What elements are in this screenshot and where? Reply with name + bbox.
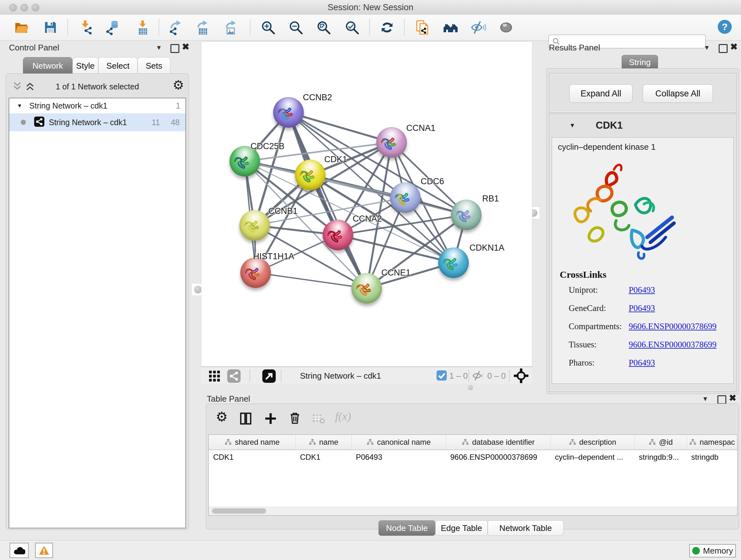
crosslink-value-link[interactable]: P06493 — [629, 285, 655, 295]
control-panel-menu-caret-icon[interactable]: ▼ — [156, 44, 162, 51]
edge-HIST1H1A-CCNE1[interactable] — [256, 273, 367, 288]
node-CCNA2[interactable] — [323, 220, 353, 250]
tab-sets[interactable]: Sets — [138, 57, 171, 74]
crosslink-value-link[interactable]: P06493 — [629, 303, 655, 313]
network-canvas[interactable]: CCNB2CCNA1CDC25BCDK1CDC6RB1CCNB1CCNA2CDK… — [201, 42, 532, 367]
collapse-all-button[interactable]: Collapse All — [643, 84, 713, 103]
show-hide-button[interactable] — [469, 18, 488, 37]
column-header-database-identifier[interactable]: database identifier — [446, 435, 550, 449]
crosslinks-list: Uniprot:P06493GeneCard:P06493Compartment… — [569, 285, 728, 376]
node-RB1[interactable] — [451, 199, 482, 230]
table-panel-close-icon[interactable]: ✖ — [729, 395, 736, 401]
node-CCNA1[interactable] — [376, 127, 407, 158]
tab-node-table[interactable]: Node Table — [379, 520, 435, 536]
tab-style[interactable]: Style — [72, 57, 98, 74]
hidden-eye-icon[interactable] — [472, 371, 484, 382]
export-network-button[interactable] — [167, 18, 186, 37]
node-label-CDC6: CDC6 — [421, 177, 444, 186]
tab-string[interactable]: String — [622, 55, 658, 70]
node-CCNB2[interactable] — [273, 97, 304, 128]
grid-view-icon[interactable] — [209, 370, 220, 383]
scrollbar-thumb[interactable] — [212, 508, 266, 514]
tab-select[interactable]: Select — [98, 57, 138, 74]
node-CDKN1A[interactable] — [438, 247, 469, 278]
export-table-button[interactable] — [194, 18, 212, 37]
open-in-window-icon[interactable] — [262, 369, 276, 384]
zoom-fit-button[interactable] — [314, 18, 333, 37]
table-delete-icon[interactable] — [288, 412, 301, 426]
column-header-name[interactable]: name — [295, 435, 351, 449]
control-panel-close-icon[interactable]: ✖ — [182, 44, 189, 51]
network-row-selected[interactable]: String Network – cdk1 11 48 — [9, 113, 185, 131]
warning-button[interactable] — [35, 543, 53, 558]
horizontal-scrollbar[interactable] — [209, 507, 737, 515]
crosslink-value-link[interactable]: 9606.ENSP00000378699 — [629, 340, 717, 350]
zoom-selected-icon — [344, 20, 360, 35]
open-session-button[interactable] — [12, 18, 31, 37]
zoom-in-button[interactable] — [259, 18, 277, 37]
table-panel-menu-caret-icon[interactable]: ▼ — [702, 395, 709, 402]
network-collection-row[interactable]: ▼ String Network – cdk1 1 — [9, 98, 185, 113]
table-columns-icon[interactable] — [239, 412, 252, 426]
selected-checkbox-icon[interactable] — [436, 370, 447, 382]
save-session-button[interactable] — [41, 18, 60, 37]
tab-network-table[interactable]: Network Table — [488, 520, 563, 536]
table-panel-title: Table Panel — [207, 394, 250, 404]
birdseye-toggle-icon[interactable] — [514, 368, 529, 384]
tree-caret-icon[interactable]: ▼ — [17, 103, 22, 109]
zoom-selected-button[interactable] — [343, 18, 361, 37]
node-CCNB1[interactable] — [239, 210, 270, 241]
control-panel-float-icon[interactable] — [171, 44, 179, 53]
crosslink-value-link[interactable]: P06493 — [629, 358, 655, 368]
expand-all-button[interactable]: Expand All — [569, 84, 632, 103]
import-network-database-button[interactable] — [104, 18, 123, 37]
eye-slash-icon — [471, 20, 486, 35]
node-HIST1H1A[interactable] — [240, 257, 271, 288]
entry-gene-name: CDK1 — [596, 120, 623, 131]
copy-style-button[interactable] — [414, 18, 432, 37]
results-panel-close-icon[interactable]: ✖ — [730, 44, 738, 51]
column-header-description[interactable]: description — [550, 435, 634, 449]
node-CCNE1[interactable] — [351, 273, 382, 304]
network-options-gear-icon[interactable]: ⚙ — [173, 78, 184, 92]
zoom-out-button[interactable] — [286, 18, 305, 37]
node-label-CCNA2: CCNA2 — [353, 214, 382, 224]
table-panel-float-icon[interactable] — [718, 395, 726, 404]
table-row[interactable]: CDK1CDK1P064939606.ENSP00000378699cyclin… — [209, 450, 737, 464]
help-button[interactable]: ? — [716, 18, 734, 36]
edge-CCNB2-CCNA1[interactable] — [288, 112, 392, 142]
column-header-namespac[interactable]: namespac — [687, 435, 737, 449]
toolbar-separator — [158, 19, 159, 35]
refresh-icon — [380, 20, 395, 35]
node-CDK1[interactable] — [295, 160, 326, 190]
results-panel-menu-caret-icon[interactable]: ▼ — [704, 44, 710, 51]
column-header--id[interactable]: @id — [634, 435, 687, 449]
tab-edge-table[interactable]: Edge Table — [435, 520, 488, 536]
bottom-splitter-handle[interactable] — [468, 385, 473, 390]
table-gear-icon[interactable]: ⚙ — [216, 409, 228, 425]
status-bar — [0, 540, 741, 560]
refresh-button[interactable] — [378, 18, 396, 37]
edge-CCNB2-CCNE1[interactable] — [288, 112, 367, 288]
cloud-button[interactable] — [10, 543, 29, 558]
memory-button[interactable]: Memory — [689, 544, 736, 557]
column-header-shared-name[interactable]: shared name — [209, 435, 295, 449]
node-CDC6[interactable] — [390, 182, 421, 213]
result-entry-header[interactable]: ▼ CDK1 — [549, 114, 736, 137]
crosslink-value-link[interactable]: 9606.ENSP00000378699 — [629, 321, 717, 331]
entry-caret-icon[interactable]: ▼ — [569, 122, 576, 129]
toggle-eye-button[interactable] — [497, 18, 515, 37]
table-cell: CDK1 — [295, 450, 351, 464]
footer-divider — [250, 370, 250, 382]
column-header-canonical-name[interactable]: canonical name — [351, 435, 446, 449]
node-structure-thumbnail — [327, 226, 349, 247]
export-image-button[interactable] — [222, 18, 240, 37]
results-panel-float-icon[interactable] — [719, 44, 728, 53]
tab-network[interactable]: Network — [23, 57, 72, 74]
import-network-file-button[interactable] — [77, 18, 96, 37]
network-share-icon[interactable] — [227, 369, 241, 384]
crosslink-row: Pharos:P06493 — [569, 358, 728, 368]
return-home-button[interactable] — [441, 18, 460, 37]
table-add-icon[interactable] — [264, 412, 277, 426]
import-table-file-button[interactable] — [133, 18, 152, 37]
